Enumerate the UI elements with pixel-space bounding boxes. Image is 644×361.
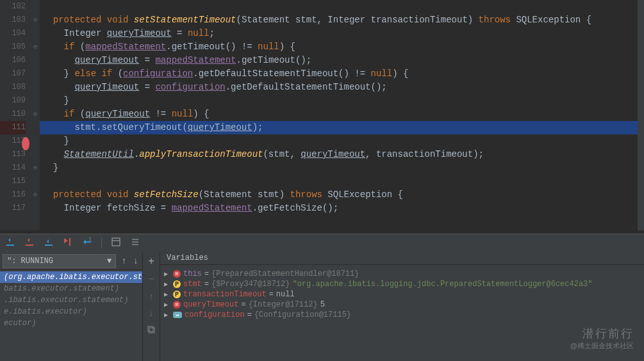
fold-column[interactable]: ⊖⊖⊖⊖⊖ [31, 0, 40, 230]
remove-watch-icon[interactable]: − [148, 274, 154, 285]
prev-frame-icon[interactable]: ↑ [120, 255, 128, 268]
svg-text:I: I [88, 237, 92, 242]
debug-panel: I ": RUNNING▼ ↑ ↓ (org.apache.ibatis.exe… [0, 234, 644, 361]
calculator-icon[interactable] [111, 237, 121, 250]
svg-rect-4 [149, 328, 154, 333]
step-into-icon[interactable] [24, 237, 35, 250]
next-frame-icon[interactable]: ↓ [132, 255, 140, 268]
thread-selector[interactable]: ": RUNNING▼ [3, 254, 116, 268]
stack-frame[interactable]: batis.executor.statement) [0, 283, 142, 294]
evaluate-icon[interactable]: I [82, 237, 92, 250]
variable-row[interactable]: ▶ ≡ queryTimeout = {Integer@17112} 5 [160, 300, 644, 310]
stack-frame[interactable]: ecutor) [0, 317, 142, 329]
add-watch-icon[interactable]: + [148, 256, 154, 268]
stack-frame[interactable]: e.ibatis.executor) [0, 306, 142, 317]
debug-toolbar: I [0, 234, 644, 252]
variables-list[interactable]: ▶ ≡ this = {PreparedStatementHandler@187… [160, 265, 644, 324]
stack-frame[interactable]: .ibatis.executor.statement) [0, 294, 142, 306]
variable-row[interactable]: ▶ ∞ configuration = {Configuration@17115… [160, 310, 644, 320]
code-area[interactable]: protected void setStatementTimeout(State… [40, 0, 644, 230]
down-icon[interactable]: ↓ [149, 309, 154, 319]
line-gutter: 1021031041051061071081091101111121131141… [0, 0, 31, 230]
variable-row[interactable]: ▶ P transactionTimeout = null [160, 289, 644, 300]
variable-row[interactable]: ▶ ≡ this = {PreparedStatementHandler@187… [160, 269, 644, 279]
step-out-icon[interactable] [44, 237, 54, 250]
list-icon[interactable] [130, 237, 140, 250]
copy-icon[interactable] [147, 325, 156, 337]
step-over-icon[interactable] [5, 237, 15, 250]
up-icon[interactable]: ↑ [149, 292, 154, 302]
variables-title: Variables [160, 252, 644, 265]
run-to-cursor-icon[interactable] [63, 237, 73, 250]
watermark: 潜行前行 @稀土掘金技术社区 [570, 326, 634, 351]
stack-frame[interactable]: (org.apache.ibatis.executor.statement) [0, 271, 142, 283]
editor-scrollbar[interactable] [638, 0, 644, 230]
frames-panel: ": RUNNING▼ ↑ ↓ (org.apache.ibatis.execu… [0, 252, 142, 361]
svg-rect-3 [148, 326, 153, 332]
vars-toolbar: + − ↑ ↓ [142, 252, 160, 361]
stack-frames[interactable]: (org.apache.ibatis.executor.statement)ba… [0, 270, 142, 361]
variable-row[interactable]: ▶ P stmt = {$Proxy347@18712} "org.apache… [160, 279, 644, 289]
svg-rect-1 [112, 238, 120, 246]
code-editor[interactable]: 1021031041051061071081091101111121131141… [0, 0, 644, 230]
